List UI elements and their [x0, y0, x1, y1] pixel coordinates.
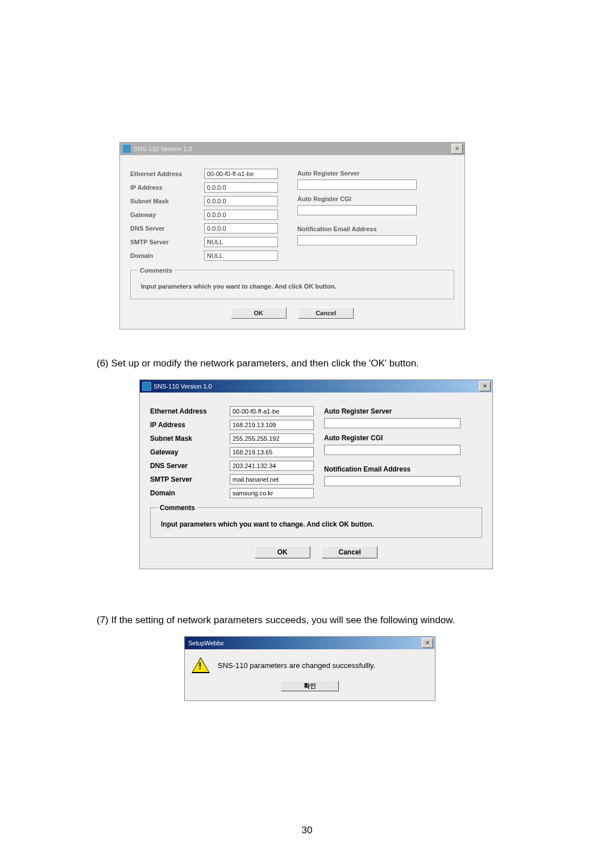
dialog-filled: SNS-110 Version 1.0 × Ethernet Address I… [139, 379, 493, 569]
label-subnet: Subnet Mask [130, 198, 204, 205]
cancel-button[interactable]: Cancel [298, 307, 354, 319]
confirm-button[interactable]: 확인 [281, 681, 339, 691]
titlebar[interactable]: SNS-110 Version 1.0 × [140, 380, 492, 393]
label-auto-register-cgi: Auto Register CGI [297, 195, 454, 202]
smtp-server-field[interactable] [230, 474, 314, 485]
label-auto-register-cgi: Auto Register CGI [324, 434, 482, 442]
smtp-server-field[interactable] [204, 237, 278, 247]
cancel-button[interactable]: Cancel [322, 546, 377, 558]
subnet-mask-field[interactable] [230, 433, 314, 444]
label-notification-email: Notification Email Address [324, 465, 482, 473]
comments-legend: Comments [138, 267, 175, 274]
titlebar[interactable]: SetupWebbx × [185, 637, 435, 649]
auto-register-cgi-field[interactable] [324, 445, 460, 455]
domain-field[interactable] [204, 251, 278, 261]
label-ip: IP Address [150, 421, 230, 429]
label-dns: DNS Server [150, 462, 230, 470]
success-message: SNS-110 parameters are changed successfu… [218, 661, 375, 670]
close-icon[interactable]: × [451, 144, 463, 154]
label-smtp: SMTP Server [130, 239, 204, 245]
dialog-initial: SNS-110 Version 1.0 × Ethernet Address I… [119, 142, 465, 329]
window-title: SNS-110 Version 1.0 [154, 383, 212, 390]
label-auto-register-server: Auto Register Server [324, 407, 482, 415]
comments-text: Input parameters which you want to chang… [161, 520, 471, 528]
domain-field[interactable] [230, 488, 314, 498]
app-icon [122, 144, 131, 153]
step-7-text: (7) If the setting of network parameters… [97, 615, 523, 626]
label-smtp: SMTP Server [150, 475, 230, 483]
comments-fieldset: Comments Input parameters which you want… [130, 270, 454, 299]
ok-button[interactable]: OK [231, 307, 287, 319]
ip-address-field[interactable] [230, 420, 314, 430]
label-notification-email: Notification Email Address [297, 226, 454, 232]
label-ethernet: Ethernet Address [150, 407, 230, 415]
ethernet-address-field[interactable] [204, 169, 278, 179]
auto-register-cgi-field[interactable] [297, 205, 417, 215]
gateway-field[interactable] [230, 447, 314, 457]
comments-legend: Comments [157, 504, 197, 512]
label-subnet: Subnet Mask [150, 435, 230, 443]
dialog-success: SetupWebbx × ! SNS-110 parameters are ch… [184, 636, 435, 701]
notification-email-field[interactable] [297, 235, 417, 245]
label-gateway: Gateway [130, 211, 204, 218]
ok-button[interactable]: OK [255, 546, 310, 558]
label-domain: Domain [150, 489, 230, 497]
app-icon [142, 382, 151, 391]
warning-icon: ! [192, 657, 210, 673]
label-gateway: Gateway [150, 448, 230, 456]
auto-register-server-field[interactable] [324, 418, 460, 428]
dns-server-field[interactable] [230, 461, 314, 471]
titlebar[interactable]: SNS-110 Version 1.0 × [120, 143, 464, 155]
auto-register-server-field[interactable] [297, 180, 417, 190]
close-icon[interactable]: × [422, 638, 433, 648]
notification-email-field[interactable] [324, 476, 460, 486]
label-domain: Domain [130, 252, 204, 259]
comments-fieldset: Comments Input parameters which you want… [150, 507, 482, 538]
dns-server-field[interactable] [204, 223, 278, 233]
gateway-field[interactable] [204, 210, 278, 220]
label-ip: IP Address [130, 184, 204, 191]
close-icon[interactable]: × [479, 381, 491, 391]
comments-text: Input parameters which you want to chang… [141, 283, 443, 290]
subnet-mask-field[interactable] [204, 196, 278, 206]
label-dns: DNS Server [130, 225, 204, 232]
label-auto-register-server: Auto Register Server [297, 170, 454, 177]
label-ethernet: Ethernet Address [130, 170, 204, 177]
window-title: SNS-110 Version 1.0 [134, 145, 192, 152]
step-6-text: (6) Set up or modify the network paramet… [97, 358, 523, 369]
ip-address-field[interactable] [204, 182, 278, 193]
ethernet-address-field[interactable] [230, 406, 314, 416]
page-number: 30 [0, 825, 614, 836]
window-title: SetupWebbx [188, 640, 224, 646]
